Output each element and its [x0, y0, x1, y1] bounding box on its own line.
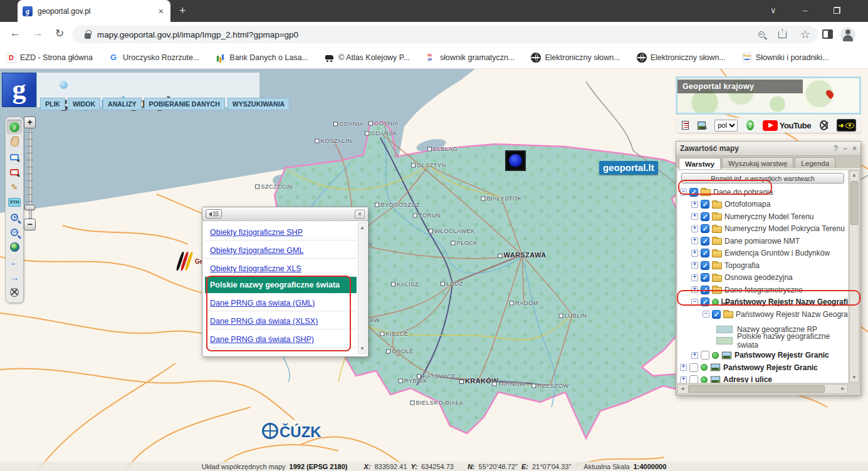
layer-checkbox[interactable]: [689, 363, 698, 372]
expander-minus-icon[interactable]: −: [680, 189, 687, 195]
back-icon[interactable]: ←: [10, 27, 21, 39]
vertical-scroll-thumb[interactable]: [850, 181, 858, 225]
layer-checkbox[interactable]: ✓: [712, 310, 721, 319]
menu-widok[interactable]: WIDOK: [68, 98, 100, 110]
share-icon[interactable]: [778, 31, 787, 38]
panel-horizontal-scrollbar[interactable]: ◄ ►: [677, 384, 848, 394]
expander-plus-icon[interactable]: +: [680, 376, 687, 383]
expander-plus-icon[interactable]: +: [691, 250, 698, 257]
scroll-right-icon[interactable]: ►: [839, 385, 847, 393]
panel-header[interactable]: Zawartość mapy ? – ×: [676, 142, 860, 156]
layer-label[interactable]: Adresy i ulice: [723, 375, 772, 383]
menu-analizy[interactable]: ANALIZY: [103, 98, 142, 110]
bookmark-item[interactable]: Uroczysko Rozrzute...: [109, 53, 199, 63]
reload-icon[interactable]: ↻: [55, 27, 64, 40]
tab-warstwy[interactable]: Warstwy: [679, 158, 721, 169]
tab-close-icon[interactable]: ×: [157, 6, 165, 16]
menu-wyszukiwania[interactable]: WYSZUKIWANIA: [227, 98, 290, 110]
expander-minus-icon[interactable]: −: [691, 299, 698, 306]
forward-icon[interactable]: →: [33, 27, 43, 39]
browser-tab[interactable]: g geoportal.gov.pl ×: [18, 0, 170, 22]
expand-all-layers-button[interactable]: Rozwiń inf. o wszystkich warstwach: [681, 173, 844, 184]
tool-erase-rectangle[interactable]: [7, 165, 22, 179]
layer-checkbox[interactable]: ✓: [701, 249, 709, 257]
settings-wheel-icon[interactable]: [820, 120, 828, 130]
layer-checkbox[interactable]: ✓: [701, 261, 709, 270]
tool-zoom-in[interactable]: [7, 210, 22, 224]
tool-select-rectangle[interactable]: [7, 150, 22, 164]
layer-label[interactable]: Dane pomiarowe NMT: [724, 237, 800, 246]
layer-label[interactable]: Państwowy Rejestr Nazw Geograficzny: [725, 298, 848, 306]
tab-wyszukaj-warstwę[interactable]: Wyszukaj warstwę: [722, 157, 793, 168]
download-link[interactable]: Dane PRNG dla świata (XLSX): [210, 317, 318, 326]
bookmark-item[interactable]: Słowniki i poradniki...: [742, 53, 829, 63]
zoom-in-button[interactable]: +: [24, 116, 36, 128]
bookmark-item[interactable]: Elektroniczny słown...: [531, 53, 620, 63]
bookmark-item[interactable]: Elektroniczny słown...: [637, 53, 726, 63]
layer-checkbox[interactable]: ✓: [701, 237, 709, 246]
bookmark-item[interactable]: Bank Danych o Lasa...: [216, 53, 308, 63]
layer-label[interactable]: Państwowy Rejestr Granic: [735, 351, 829, 360]
bookmark-item[interactable]: EZD - Strona główna: [6, 53, 93, 63]
street-view-toggle[interactable]: ➜: [837, 119, 856, 132]
tool-pan-hand[interactable]: [7, 135, 22, 149]
expander-plus-icon[interactable]: +: [691, 352, 698, 359]
help-icon[interactable]: ?: [746, 120, 754, 130]
overview-minimap[interactable]: Geoportal krajowy: [676, 76, 861, 115]
tab-legenda[interactable]: Legenda: [795, 157, 835, 168]
expander-plus-icon[interactable]: +: [680, 364, 687, 371]
scroll-down-icon[interactable]: ▼: [850, 373, 859, 382]
bookmark-item[interactable]: © Atlas Kolejowy P...: [325, 53, 410, 63]
scroll-up-icon[interactable]: ▲: [358, 225, 366, 230]
menu-pobieranie-danych[interactable]: POBIERANIE DANYCH: [144, 98, 225, 110]
tool-previous-view[interactable]: ←: [7, 255, 22, 269]
url-omnibox[interactable]: mapy.geoportal.gov.pl/imap/Imgp_2.html?g…: [72, 26, 818, 43]
layer-checkbox[interactable]: ✓: [701, 212, 709, 221]
back-to-list-icon[interactable]: [206, 209, 222, 219]
panel-close-icon[interactable]: ×: [852, 144, 857, 153]
scroll-down-icon[interactable]: ▼: [358, 346, 366, 351]
window-minimize-icon[interactable]: –: [803, 6, 807, 15]
layer-checkbox[interactable]: [701, 351, 709, 360]
zoom-slider-handle[interactable]: [24, 205, 35, 210]
new-tab-button[interactable]: +: [179, 5, 186, 16]
youtube-link[interactable]: YouTube: [763, 120, 811, 131]
tab-search-chevron-icon[interactable]: ∨: [770, 6, 776, 15]
tool-full-extent-globe[interactable]: [7, 240, 22, 254]
layer-label[interactable]: Ewidencja Gruntów i Budynków: [724, 249, 830, 257]
tool-next-view[interactable]: →: [7, 270, 22, 284]
bookmark-star-icon[interactable]: ☆: [800, 28, 810, 41]
download-link[interactable]: Dane PRNG dla świata (GML): [210, 299, 315, 308]
layer-label[interactable]: Państwowy Rejestr Nazw Geograficznych: [736, 310, 848, 319]
layer-label[interactable]: Osnowa geodezyjna: [724, 273, 793, 282]
expander-minus-icon[interactable]: −: [703, 311, 709, 318]
layer-checkbox[interactable]: ✓: [701, 200, 709, 209]
panel-help-icon[interactable]: ?: [834, 144, 838, 153]
wms-icon[interactable]: [698, 122, 706, 130]
expander-plus-icon[interactable]: +: [691, 286, 698, 293]
layer-checkbox[interactable]: ✓: [701, 273, 709, 282]
layer-checkbox[interactable]: ✓: [701, 224, 709, 233]
tool-center-map[interactable]: [7, 285, 22, 299]
layer-label[interactable]: Topografia: [724, 261, 760, 270]
geoportal-logo[interactable]: g: [2, 73, 36, 107]
layer-checkbox[interactable]: ✓: [701, 286, 709, 294]
zoom-out-button[interactable]: −: [24, 219, 36, 230]
layer-list-icon[interactable]: [682, 121, 689, 130]
expander-plus-icon[interactable]: +: [691, 225, 698, 232]
layer-label[interactable]: Ortofotomapa: [724, 200, 770, 209]
layer-checkbox[interactable]: ✓: [701, 298, 709, 306]
tool-draw-pencil[interactable]: ✎: [7, 180, 22, 194]
panel-minimize-icon[interactable]: –: [843, 144, 847, 153]
popup-close-icon[interactable]: ×: [355, 210, 365, 219]
zoom-out-page-icon[interactable]: [758, 31, 765, 38]
download-link[interactable]: Dane PRNG dla świata (SHP): [210, 335, 314, 344]
layer-label[interactable]: Państwowy Rejestr Granic: [723, 363, 818, 372]
tool-xyh-coordinates[interactable]: XYH: [7, 195, 22, 209]
layer-label[interactable]: Numeryczny Model Terenu: [724, 212, 814, 221]
window-restore-icon[interactable]: [834, 7, 840, 14]
bookmark-item[interactable]: słownik gramatyczn...: [426, 53, 515, 63]
language-select[interactable]: pol: [714, 120, 738, 132]
expander-plus-icon[interactable]: +: [691, 213, 698, 220]
tool-info[interactable]: i: [7, 120, 22, 134]
